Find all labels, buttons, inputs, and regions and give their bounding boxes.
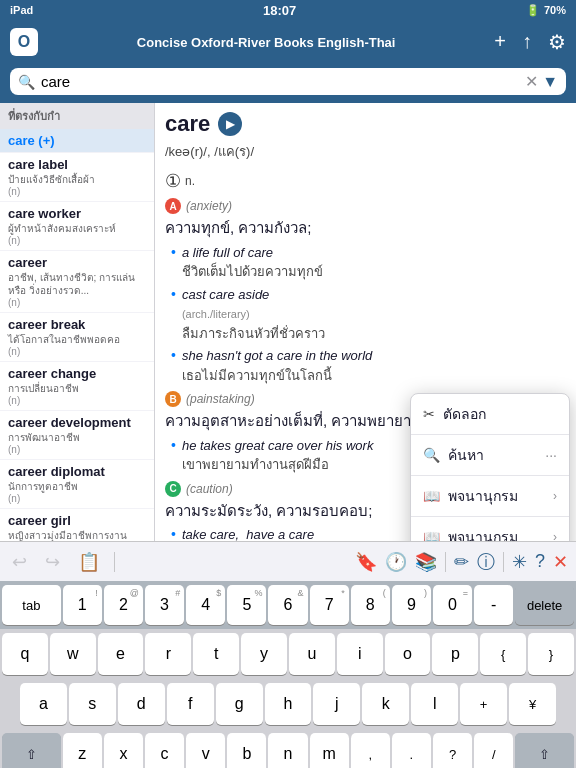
example-text: she hasn't got a care in the world เธอไม… bbox=[182, 346, 372, 385]
key-w[interactable]: w bbox=[50, 633, 96, 675]
key-d[interactable]: d bbox=[118, 683, 165, 725]
sidebar-item-care-worker[interactable]: care worker ผู้ทำหน้าสังคมสงเคราะห์ (n) bbox=[0, 202, 154, 251]
key-8[interactable]: 8( bbox=[351, 585, 390, 625]
status-right: 🔋 70% bbox=[526, 4, 566, 17]
sidebar-item-care-plus[interactable]: care (+) bbox=[0, 129, 154, 153]
key-z[interactable]: z bbox=[63, 733, 102, 768]
key-quote[interactable]: ¥ bbox=[509, 683, 556, 725]
sidebar-item-career-diplomat[interactable]: career diplomat นักการทูตอาชีพ (n) bbox=[0, 460, 154, 509]
bullet-icon: • bbox=[171, 347, 176, 363]
keyboard-row-2: a s d f g h j k l + ¥ bbox=[0, 679, 576, 729]
undo-button[interactable]: ↩ bbox=[8, 547, 31, 577]
key-3[interactable]: 3# bbox=[145, 585, 184, 625]
key-5[interactable]: 5% bbox=[227, 585, 266, 625]
example-text: take care, have a care ระวังตัว bbox=[182, 525, 314, 541]
shift-button[interactable]: ⇧ bbox=[2, 733, 61, 768]
dots-icon: ··· bbox=[545, 447, 557, 463]
device-label: iPad bbox=[10, 4, 33, 16]
key-s[interactable]: s bbox=[69, 683, 116, 725]
key-g[interactable]: g bbox=[216, 683, 263, 725]
key-delete[interactable]: delete bbox=[515, 585, 574, 625]
sidebar-item-care-label[interactable]: care label ป้ายแจ้งวิธีซักเสื้อผ้า (n) bbox=[0, 153, 154, 202]
context-menu-cut[interactable]: ✂ ตัดลอก bbox=[411, 394, 569, 435]
key-u[interactable]: u bbox=[289, 633, 335, 675]
audio-button[interactable]: ▶ bbox=[218, 112, 242, 136]
sidebar-item-career-girl[interactable]: career girl หญิงสาวมุ่งมีอาชีพการงาน (n) bbox=[0, 509, 154, 541]
app-logo: O bbox=[10, 28, 38, 56]
key-tab[interactable]: tab bbox=[2, 585, 61, 625]
sense-thai-a: ความทุกข์, ความกังวล; bbox=[165, 217, 566, 240]
sense-circle-b: B bbox=[165, 391, 181, 407]
headword: care bbox=[165, 111, 210, 137]
key-slash[interactable]: ? bbox=[433, 733, 472, 768]
context-menu-dict1[interactable]: 📖 พจนานุกรม › bbox=[411, 476, 569, 517]
sidebar-item-career[interactable]: career อาชีพ, เส้นทางชีวิต; การแล่น หรือ… bbox=[0, 251, 154, 313]
info-button[interactable]: ⓘ bbox=[477, 550, 495, 574]
key-m[interactable]: m bbox=[310, 733, 349, 768]
key-f[interactable]: f bbox=[167, 683, 214, 725]
key-y[interactable]: y bbox=[241, 633, 287, 675]
key-t[interactable]: t bbox=[193, 633, 239, 675]
search-input[interactable] bbox=[41, 73, 525, 90]
key-minus[interactable]: - bbox=[474, 585, 513, 625]
key-6[interactable]: 6& bbox=[268, 585, 307, 625]
part-of-speech: n. bbox=[185, 174, 195, 188]
key-close-bracket[interactable]: } bbox=[528, 633, 574, 675]
key-e[interactable]: e bbox=[98, 633, 144, 675]
history-button[interactable]: 🕐 bbox=[385, 551, 407, 573]
delete-label: delete bbox=[527, 598, 562, 613]
key-c[interactable]: c bbox=[145, 733, 184, 768]
battery-icon: 🔋 bbox=[526, 4, 540, 17]
bookmark-button[interactable]: 🔖 bbox=[355, 551, 377, 573]
key-9[interactable]: 9) bbox=[392, 585, 431, 625]
key-2[interactable]: 2@ bbox=[104, 585, 143, 625]
share-button[interactable]: ↑ bbox=[522, 30, 532, 54]
key-0[interactable]: 0= bbox=[433, 585, 472, 625]
context-menu-search[interactable]: 🔍 ค้นหา ··· bbox=[411, 435, 569, 476]
key-a[interactable]: a bbox=[20, 683, 67, 725]
shift-right-button[interactable]: ⇧ bbox=[515, 733, 574, 768]
key-q[interactable]: q bbox=[2, 633, 48, 675]
key-comma[interactable]: , bbox=[351, 733, 390, 768]
key-slash2[interactable]: / bbox=[474, 733, 513, 768]
pos-line-1: ① n. bbox=[165, 170, 566, 192]
key-x[interactable]: x bbox=[104, 733, 143, 768]
asterisk-button[interactable]: ✳ bbox=[512, 551, 527, 573]
battery-level: 70% bbox=[544, 4, 566, 16]
settings-button[interactable]: ⚙ bbox=[548, 30, 566, 54]
paste-button[interactable]: 📋 bbox=[74, 547, 104, 577]
redo-button[interactable]: ↪ bbox=[41, 547, 64, 577]
key-i[interactable]: i bbox=[337, 633, 383, 675]
key-k[interactable]: k bbox=[362, 683, 409, 725]
add-button[interactable]: + bbox=[494, 30, 506, 54]
dropdown-button[interactable]: ▼ bbox=[542, 73, 558, 91]
key-open-bracket[interactable]: { bbox=[480, 633, 526, 675]
key-4[interactable]: 4$ bbox=[186, 585, 225, 625]
sidebar-item-career-development[interactable]: career development การพัฒนาอาชีพ (n) bbox=[0, 411, 154, 460]
example-item: • a life full of care ชีวิตเต็มไปด้วยควา… bbox=[171, 243, 566, 282]
key-period[interactable]: . bbox=[392, 733, 431, 768]
sidebar: ที่ตรงกับกำ care (+) care label ป้ายแจ้ง… bbox=[0, 103, 155, 541]
key-j[interactable]: j bbox=[313, 683, 360, 725]
key-7[interactable]: 7* bbox=[310, 585, 349, 625]
sidebar-item-career-change[interactable]: career change การเปลี่ยนอาชีพ (n) bbox=[0, 362, 154, 411]
pencil-button[interactable]: ✏ bbox=[454, 551, 469, 573]
key-b[interactable]: b bbox=[227, 733, 266, 768]
example-text: he takes great care over his work เขาพยา… bbox=[182, 436, 373, 475]
key-h[interactable]: h bbox=[265, 683, 312, 725]
key-p[interactable]: p bbox=[432, 633, 478, 675]
sidebar-item-title: care (+) bbox=[8, 133, 146, 148]
key-v[interactable]: v bbox=[186, 733, 225, 768]
key-r[interactable]: r bbox=[145, 633, 191, 675]
clear-button[interactable]: ✕ bbox=[525, 72, 538, 91]
key-1[interactable]: 1! bbox=[63, 585, 102, 625]
key-o[interactable]: o bbox=[385, 633, 431, 675]
close-button[interactable]: ✕ bbox=[553, 551, 568, 573]
question-button[interactable]: ? bbox=[535, 551, 545, 572]
key-n[interactable]: n bbox=[268, 733, 307, 768]
sidebar-item-career-break[interactable]: career break ได้โอกาสในอาชีพพอดคอ (n) bbox=[0, 313, 154, 362]
context-menu-dict2[interactable]: 📖 พจนานุกรม › bbox=[411, 517, 569, 541]
key-l[interactable]: l bbox=[411, 683, 458, 725]
book-button[interactable]: 📚 bbox=[415, 551, 437, 573]
key-semicolon[interactable]: + bbox=[460, 683, 507, 725]
